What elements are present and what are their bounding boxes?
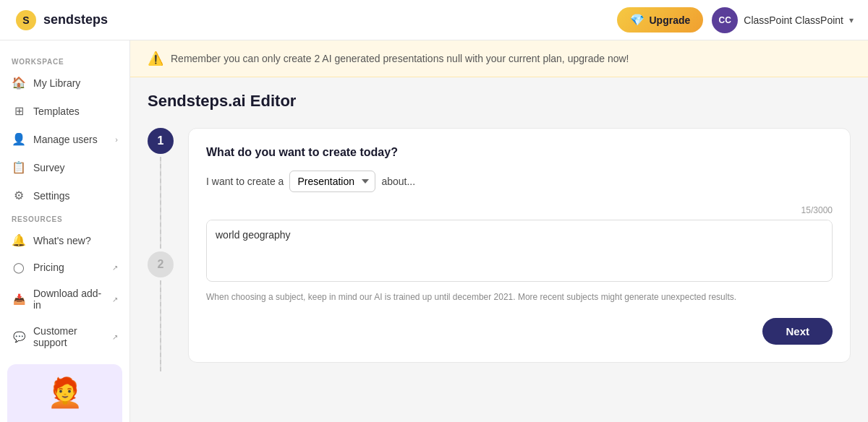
external-link-icon: ↗ [112, 264, 118, 272]
templates-icon: ⊞ [12, 104, 26, 118]
chevron-down-icon: ▾ [849, 15, 854, 25]
step-line-1 [160, 157, 161, 249]
sidebar-item-label: Templates [33, 106, 118, 117]
layout: WORKSPACE 🏠 My Library ⊞ Templates 👤 Man… [0, 40, 868, 422]
upgrade-button[interactable]: 💎 Upgrade [617, 7, 703, 33]
sidebar-item-customer-support[interactable]: 💬 Customer support ↗ [0, 318, 129, 356]
main-content: ⚠️ Remember you can only create 2 AI gen… [130, 40, 868, 422]
step-content: What do you want to create today? I want… [188, 128, 851, 374]
sidebar-item-label: Pricing [33, 262, 105, 273]
avatar: CC [712, 7, 738, 33]
create-row: I want to create a Presentation Quiz Sur… [206, 171, 833, 192]
sidebar-item-manage-users[interactable]: 👤 Manage users › [0, 125, 129, 153]
next-button[interactable]: Next [762, 318, 833, 345]
step-question: What do you want to create today? [206, 146, 833, 159]
gem-icon: 💎 [630, 13, 644, 27]
banner-text: Remember you can only create 2 AI genera… [171, 53, 629, 64]
steps-area: 1 2 What do you want to create today? I … [148, 128, 851, 374]
sidebar-item-label: My Library [33, 77, 118, 89]
promo-illustration: 🧑‍🦰✨ [47, 376, 83, 422]
editor-container: Sendsteps.ai Editor 1 2 What do you want… [130, 77, 868, 389]
resources-label: RESOURCES [0, 210, 129, 226]
workspace-label: WORKSPACE [0, 52, 129, 69]
step-1-card: What do you want to create today? I want… [188, 128, 851, 363]
step-line-2 [160, 280, 161, 372]
create-suffix: about... [381, 176, 415, 187]
sidebar-item-label: What's new? [33, 235, 118, 246]
my-library-icon: 🏠 [12, 76, 26, 90]
settings-icon: ⚙ [12, 189, 26, 202]
sidebar-item-pricing[interactable]: ◯ Pricing ↗ [0, 254, 129, 280]
steps-timeline: 1 2 [148, 128, 174, 374]
presentation-type-select[interactable]: Presentation Quiz Survey [289, 171, 375, 192]
upgrade-label: Upgrade [649, 14, 690, 26]
pricing-icon: ◯ [12, 262, 26, 273]
user-name: ClassPoint ClassPoint [744, 14, 843, 26]
sidebar-item-my-library[interactable]: 🏠 My Library [0, 69, 129, 97]
warning-banner: ⚠️ Remember you can only create 2 AI gen… [130, 40, 868, 77]
char-count: 15/3000 [206, 205, 833, 215]
external-link-icon: ↗ [112, 333, 118, 341]
sidebar-item-survey[interactable]: 📋 Survey [0, 153, 129, 181]
warning-icon: ⚠️ [148, 51, 163, 66]
sidebar-item-label: Customer support [33, 325, 105, 348]
chevron-right-icon: › [115, 135, 118, 144]
sidebar-item-label: Settings [33, 190, 118, 202]
logo: S sendsteps [14, 9, 108, 32]
manage-users-icon: 👤 [12, 132, 26, 146]
subject-textarea[interactable]: world geography [207, 220, 832, 278]
survey-icon: 📋 [12, 160, 26, 174]
external-link-icon: ↗ [112, 296, 118, 303]
download-icon: 📥 [12, 293, 26, 305]
svg-text:S: S [22, 14, 29, 26]
page-title: Sendsteps.ai Editor [148, 92, 851, 111]
step-2-circle: 2 [148, 251, 174, 277]
sidebar: WORKSPACE 🏠 My Library ⊞ Templates 👤 Man… [0, 40, 130, 422]
step-1-circle: 1 [148, 128, 174, 154]
customer-support-icon: 💬 [12, 331, 26, 343]
logo-icon: S [14, 9, 38, 32]
sidebar-item-label: Manage users [33, 134, 108, 145]
sidebar-item-download-add-in[interactable]: 📥 Download add-in ↗ [0, 280, 129, 318]
create-prefix: I want to create a [206, 176, 284, 187]
sidebar-item-settings[interactable]: ⚙ Settings [0, 181, 129, 210]
sidebar-item-whats-new[interactable]: 🔔 What's new? [0, 226, 129, 254]
header-right: 💎 Upgrade CC ClassPoint ClassPoint ▾ [617, 7, 854, 33]
sidebar-item-label: Download add-in [33, 288, 105, 311]
sidebar-item-templates[interactable]: ⊞ Templates [0, 97, 129, 125]
textarea-wrapper: world geography [206, 220, 833, 282]
header: S sendsteps 💎 Upgrade CC ClassPoint Clas… [0, 0, 868, 40]
hint-text: When choosing a subject, keep in mind ou… [206, 290, 833, 303]
whats-new-icon: 🔔 [12, 233, 26, 247]
user-dropdown[interactable]: CC ClassPoint ClassPoint ▾ [712, 7, 854, 33]
promo-card: 🧑‍🦰✨ Autofill your presentations with cu… [7, 364, 122, 422]
logo-text: sendsteps [43, 12, 108, 27]
sidebar-item-label: Survey [33, 162, 118, 173]
